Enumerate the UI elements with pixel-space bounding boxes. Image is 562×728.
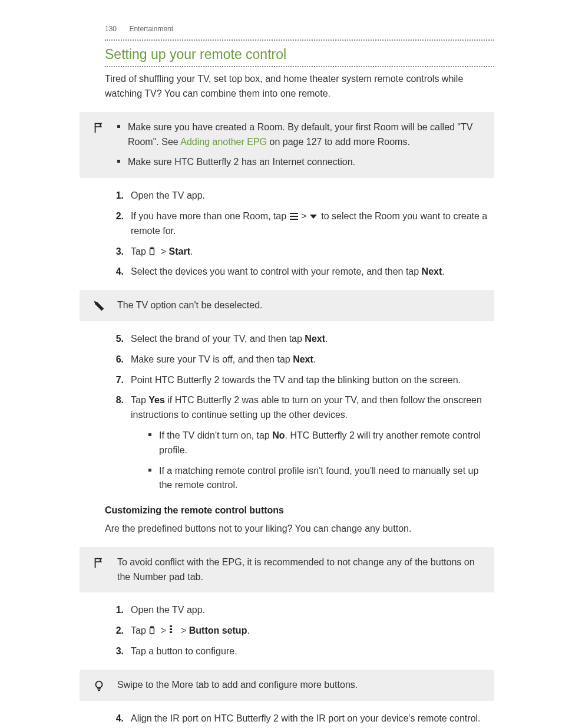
svg-rect-0 [290,213,298,214]
chevron-down-icon [309,210,319,218]
divider [105,66,494,67]
subheading-customizing: Customizing the remote control buttons [105,503,494,518]
sub-intro: Are the predefined buttons not to your l… [105,522,494,536]
svg-point-9 [96,681,103,687]
svg-rect-8 [170,631,172,633]
step8-subitem: If the TV didn't turn on, tap No. HTC Bu… [148,429,494,458]
svg-rect-6 [170,625,172,627]
menu-icon [289,210,299,219]
prereq-item: Make sure you have created a Room. By de… [117,120,488,150]
prereq-item: Make sure HTC Butterfly 2 has an Interne… [117,155,488,170]
callout-note-tv: The TV option can't be deselected. [80,290,494,321]
step8-subitem: If a matching remote control profile isn… [148,464,494,493]
bulb-icon [91,678,107,693]
step-item: 3.Tap a button to configure. [105,644,494,659]
step-item: 6. Make sure your TV is off, and then ta… [105,353,494,367]
svg-rect-4 [150,248,154,254]
step-item: 4. Select the devices you want to contro… [105,265,494,279]
svg-rect-1 [290,216,298,217]
step-item: 2. If you have more than one Room, tap >… [105,209,494,239]
step-item: 1.Open the TV app. [105,189,494,203]
overflow-icon [169,624,178,633]
flag-icon [91,120,107,170]
steps-list-4: 4.Align the IR port on HTC Butterfly 2 w… [105,711,494,728]
svg-rect-2 [290,219,298,220]
divider [105,39,494,41]
steps-list-1: 1.Open the TV app. 2. If you have more t… [105,189,494,279]
steps-list-2: 5. Select the brand of your TV, and then… [105,332,494,493]
step8-sublist: If the TV didn't turn on, tap No. HTC Bu… [148,429,494,493]
page-section-label: Entertainment [129,25,173,33]
flag-icon [91,555,107,585]
svg-rect-7 [170,628,172,630]
step-item: 5. Select the brand of your TV, and then… [105,332,494,347]
step-item: 8. Tap Yes if HTC Butterfly 2 was able t… [105,393,494,493]
step-item: 1.Open the TV app. [105,603,494,618]
pen-icon [91,298,107,313]
callout-caution-epg: To avoid conflict with the EPG, it is re… [80,547,494,593]
callout-tip-more: Swipe to the More tab to add and configu… [80,670,494,701]
link-adding-epg[interactable]: Adding another EPG [180,137,267,147]
page-header: 130 Entertainment [0,0,562,39]
intro-paragraph: Tired of shuffling your TV, set top box,… [105,72,494,101]
prereq-list: Make sure you have created a Room. By de… [117,120,488,170]
step-item: 2. Tap > > Button setup. [105,624,494,638]
remote-icon [148,625,158,633]
remote-icon [148,246,158,254]
svg-rect-5 [150,628,154,634]
document-page: 130 Entertainment Setting up your remote… [0,0,562,728]
step-item: 3. Tap > Start. [105,245,494,259]
step-item: 7.Point HTC Butterfly 2 towards the TV a… [105,373,494,388]
callout-prerequisites: Make sure you have created a Room. By de… [80,112,494,178]
page-number: 130 [105,24,117,35]
section-title: Setting up your remote control [105,44,494,65]
steps-list-3: 1.Open the TV app. 2. Tap > > Button set… [105,603,494,658]
svg-marker-3 [310,215,317,219]
step-item: 4.Align the IR port on HTC Butterfly 2 w… [105,711,494,728]
